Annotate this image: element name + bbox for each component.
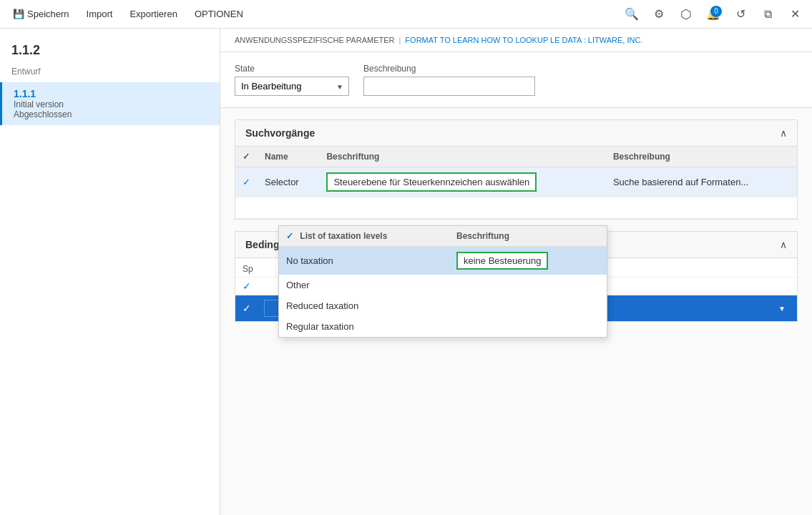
export-button[interactable]: Exportieren	[122, 6, 184, 22]
description-form-group: Beschreibung	[363, 64, 535, 96]
dropdown-popup: ✓ List of taxation levels Beschriftung N…	[278, 225, 607, 338]
settings-button[interactable]: ⚙	[647, 3, 670, 26]
searches-table-head: ✓ Name Beschriftung Beschreibung	[235, 147, 797, 167]
breadcrumb-part2: FORMAT TO LEARN HOW TO LOOKUP LE DATA : …	[405, 36, 642, 44]
conditions-row-check-header: ✓	[243, 280, 264, 292]
dropdown-item-2[interactable]: Reduced taxation	[279, 295, 607, 316]
searches-table-wrap: ✓ Name Beschriftung Beschreibung ✓ Selec…	[235, 147, 797, 219]
dropdown-item-label-0: No taxation	[286, 255, 456, 266]
beschriftung-value: Steuerebene für Steuerkennzeichen auswäh…	[326, 172, 537, 192]
col-beschriftung-header: Beschriftung	[319, 147, 606, 167]
notification-wrap: 🔔 0	[702, 3, 725, 26]
searches-section: Suchvorgänge ∧ ✓ Name Beschriftung Besch…	[235, 119, 798, 220]
state-select-wrap: In Bearbeitung ▼	[235, 77, 349, 96]
dropdown-item-3[interactable]: Regular taxation	[279, 316, 607, 337]
save-button[interactable]: 💾 Speichern	[6, 6, 77, 22]
form-area: State In Bearbeitung ▼ Beschreibung	[220, 52, 812, 108]
dropdown-item-1[interactable]: Other	[279, 275, 607, 295]
close-button[interactable]: ✕	[783, 3, 806, 26]
sidebar-item-sub1: Initial version	[14, 99, 208, 109]
col-check: ✓	[235, 147, 258, 167]
save-icon: 💾	[13, 9, 24, 19]
sidebar-version: 1.1.2	[0, 37, 220, 64]
searches-table-header-row: ✓ Name Beschriftung Beschreibung	[235, 147, 797, 167]
breadcrumb: ANWENDUNGSSPEZIFISCHE PARAMETER | FORMAT…	[220, 29, 812, 52]
sidebar-draft-label: Entwurf	[0, 64, 220, 82]
dropdown-value-box-0: keine Besteuerung	[456, 252, 548, 270]
row-beschriftung: Steuerebene für Steuerkennzeichen auswäh…	[319, 167, 606, 197]
titlebar-right: 🔍 ⚙ ⬡ 🔔 0 ↺ ⧉ ✕	[620, 3, 806, 26]
office-button[interactable]: ⬡	[675, 3, 698, 26]
breadcrumb-part1: ANWENDUNGSSPEZIFISCHE PARAMETER	[235, 36, 395, 44]
searches-section-title: Suchvorgänge	[245, 127, 315, 139]
table-row[interactable]: ✓ Selector Steuerebene für Steuerkennzei…	[235, 167, 797, 197]
sidebar-item-version[interactable]: 1.1.1 Initial version Abgeschlossen	[0, 82, 220, 125]
state-select[interactable]: In Bearbeitung	[235, 77, 349, 96]
search-icon: 🔍	[625, 7, 639, 21]
row-name: Selector	[258, 167, 319, 197]
searches-collapse-button[interactable]: ∧	[780, 127, 787, 139]
dropdown-item-value-0: keine Besteuerung	[456, 252, 600, 270]
row-check: ✓	[235, 167, 258, 197]
dropdown-item-label-1: Other	[286, 280, 456, 290]
dropdown-item-label-3: Regular taxation	[286, 321, 456, 332]
search-button[interactable]: 🔍	[620, 3, 643, 26]
import-button[interactable]: Import	[79, 6, 120, 22]
content-area: ANWENDUNGSSPEZIFISCHE PARAMETER | FORMAT…	[220, 29, 812, 515]
description-label: Beschreibung	[363, 64, 535, 74]
col-beschreibung-header: Beschreibung	[606, 147, 797, 167]
searches-table-body: ✓ Selector Steuerebene für Steuerkennzei…	[235, 167, 797, 219]
dropdown-item-0[interactable]: No taxation keine Besteuerung	[279, 247, 607, 275]
notification-badge: 0	[710, 6, 722, 17]
close-icon: ✕	[791, 7, 800, 21]
options-button[interactable]: OPTIONEN	[187, 6, 250, 22]
state-form-group: State In Bearbeitung ▼	[235, 64, 349, 96]
row-beschreibung: Suche basierend auf Formaten...	[606, 167, 797, 197]
sidebar-item-version-number: 1.1.1	[14, 88, 208, 99]
restore-icon: ⧉	[764, 8, 772, 21]
empty-row	[235, 197, 797, 219]
dropdown-col2-header: Beschriftung	[456, 231, 600, 241]
conditions-select2-arrow-icon: ▼	[778, 305, 786, 313]
description-input[interactable]	[363, 77, 535, 96]
breadcrumb-separator: |	[399, 36, 401, 44]
state-label: State	[235, 64, 349, 74]
restore-button[interactable]: ⧉	[756, 3, 779, 26]
refresh-button[interactable]: ↺	[729, 3, 752, 26]
searches-table: ✓ Name Beschriftung Beschreibung ✓ Selec…	[235, 147, 797, 219]
office-icon: ⬡	[680, 6, 692, 22]
sidebar-item-sub2: Abgeschlossen	[14, 109, 208, 119]
conditions-section-title: Beding	[245, 239, 279, 250]
settings-icon: ⚙	[654, 7, 664, 21]
titlebar: 💾 Speichern Import Exportieren OPTIONEN …	[0, 0, 812, 29]
conditions-collapse-button[interactable]: ∧	[780, 239, 787, 250]
conditions-row-check: ✓	[243, 303, 264, 314]
main-layout: 1.1.2 Entwurf 1.1.1 Initial version Abge…	[0, 29, 812, 515]
dropdown-item-label-2: Reduced taxation	[286, 300, 456, 311]
searches-section-header: Suchvorgänge ∧	[235, 120, 797, 147]
sidebar: 1.1.2 Entwurf 1.1.1 Initial version Abge…	[0, 29, 220, 515]
col-name-header: Name	[258, 147, 319, 167]
refresh-icon: ↺	[736, 7, 745, 21]
dropdown-col1-header: ✓ List of taxation levels	[286, 231, 456, 241]
dropdown-header: ✓ List of taxation levels Beschriftung	[279, 226, 607, 247]
